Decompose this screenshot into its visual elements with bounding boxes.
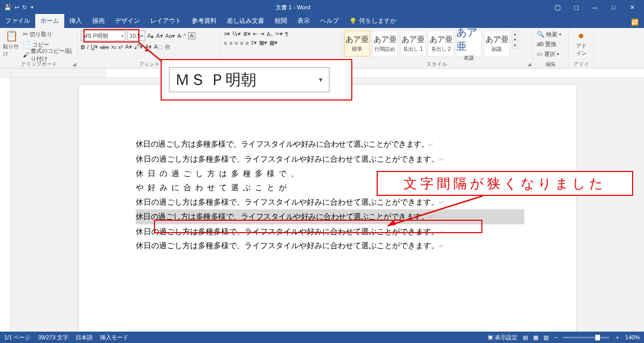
tab-draw[interactable]: 描画	[87, 14, 110, 28]
font-color-icon[interactable]: A▾	[145, 44, 152, 50]
status-language[interactable]: 日本語	[76, 334, 93, 341]
zoom-slider[interactable]	[563, 337, 609, 338]
horizontal-ruler[interactable]	[0, 68, 644, 78]
align-center-icon[interactable]: ≡	[229, 40, 232, 46]
select-button[interactable]: ▭選択▾	[536, 49, 560, 59]
font-name-combo[interactable]: MS P明朝▾	[81, 31, 125, 41]
style-normal[interactable]: あア亜標準	[344, 31, 370, 56]
font-size-combo[interactable]: 10.5▾	[127, 31, 145, 41]
tab-file[interactable]: ファイル	[0, 14, 35, 28]
doc-line[interactable]: 休日の過ごし方は多種多様で、	[136, 166, 524, 181]
styles-dialog-icon[interactable]: ◢	[527, 62, 531, 67]
char-border-icon[interactable]: A	[188, 32, 195, 39]
show-marks-icon[interactable]: ✂▾	[275, 31, 283, 37]
indent-dec-icon[interactable]: ⇤	[253, 31, 257, 37]
find-button[interactable]: 🔍検索▾	[536, 30, 562, 39]
display-options-icon[interactable]: ▢	[570, 4, 582, 11]
maximize-icon[interactable]: □	[608, 4, 619, 10]
char-shading-icon[interactable]: A⬚	[154, 44, 163, 50]
view-print-icon[interactable]: ▤	[523, 334, 528, 341]
font-dialog-icon[interactable]: ◢	[216, 62, 219, 67]
undo-icon[interactable]: ↩	[15, 4, 19, 11]
style-scroll-up-icon[interactable]: ▴	[512, 31, 518, 37]
qat-customize-icon[interactable]: ▼	[30, 5, 34, 10]
bullets-icon[interactable]: ≡▾	[224, 31, 230, 37]
tab-references[interactable]: 参考資料	[187, 14, 222, 28]
shading-icon[interactable]: ▦▾	[259, 39, 267, 46]
tab-design[interactable]: デザイン	[110, 14, 145, 28]
superscript-button[interactable]: x²	[118, 44, 123, 50]
decrease-font-icon[interactable]: A▾	[156, 33, 163, 39]
vertical-ruler[interactable]	[0, 78, 10, 332]
status-mode[interactable]: 挿入モード	[100, 334, 128, 341]
style-more-icon[interactable]: ▾	[512, 42, 518, 48]
redo-icon[interactable]: ↻	[22, 4, 27, 11]
style-title[interactable]: あア亜表題	[456, 31, 482, 56]
doc-line-selected[interactable]: 休日の過ごし方は多種多様で、ライフスタイルや好みに合わせて選ぶことができます。↵	[136, 209, 524, 224]
account-icon[interactable]: ◯	[552, 4, 563, 11]
doc-line[interactable]: 休日の過ごし方は多種多様で、ライフスタイルや好みに合わせて選ぶことができます。↵	[136, 137, 524, 152]
tab-layout[interactable]: レイアウト	[145, 14, 187, 28]
view-read-icon[interactable]: ▦	[533, 334, 538, 341]
pilcrow-icon[interactable]: ¶	[285, 31, 288, 37]
align-left-icon[interactable]: ≡	[224, 40, 227, 46]
zoom-out-icon[interactable]: −	[554, 334, 557, 340]
bold-button[interactable]: B	[81, 44, 85, 50]
justify-icon[interactable]: ≡	[240, 40, 243, 46]
style-heading2[interactable]: あア亜見出し 2	[428, 31, 454, 56]
underline-button[interactable]: U▾	[91, 44, 98, 50]
view-web-icon[interactable]: ▥	[543, 334, 549, 341]
format-painter-button[interactable]: 🖌書式のコピー/貼り付け	[22, 50, 74, 60]
multilevel-icon[interactable]: ≣▾	[243, 31, 251, 37]
tell-me[interactable]: 💡何をしますか	[344, 14, 402, 28]
status-words[interactable]: 39/273 文字	[38, 334, 68, 341]
share-button[interactable]: 🔁	[626, 17, 644, 28]
display-settings[interactable]: ▣ 表示設定	[488, 334, 518, 341]
clear-format-icon[interactable]: A̶	[177, 33, 181, 39]
doc-line[interactable]: 休日の過ごし方は多種多様で、ライフスタイルや好みに合わせて選ぶことができます。↵	[136, 224, 524, 239]
style-no-spacing[interactable]: あア亜行間詰め	[372, 31, 398, 56]
align-right-icon[interactable]: ≡	[235, 40, 238, 46]
doc-line[interactable]: 休日の過ごし方は多種多様で、ライフスタイルや好みに合わせて選ぶことができます。↵	[136, 195, 524, 209]
save-icon[interactable]: 💾	[4, 4, 11, 11]
phonetic-guide-icon[interactable]: ᴬ	[183, 33, 186, 39]
tab-mailings[interactable]: 差し込み文書	[222, 14, 269, 28]
style-heading1[interactable]: あア亜見出し 1	[400, 31, 426, 56]
clipboard-dialog-icon[interactable]: ◢	[73, 62, 76, 67]
zoom-level[interactable]: 140%	[625, 334, 640, 340]
paragraph-dialog-icon[interactable]: ◢	[336, 62, 339, 67]
distributed-icon[interactable]: ≡	[246, 40, 249, 46]
minimize-icon[interactable]: —	[589, 4, 600, 10]
tab-view[interactable]: 表示	[292, 14, 315, 28]
increase-font-icon[interactable]: A▴	[147, 33, 154, 39]
text-effects-icon[interactable]: A▾	[125, 44, 132, 50]
addin-button[interactable]: ●アド イン	[572, 30, 590, 57]
tab-help[interactable]: ヘルプ	[315, 14, 344, 28]
doc-line[interactable]: 休日の過ごし方は多種多様で、ライフスタイルや好みに合わせて選ぶことができます。↵	[136, 238, 524, 253]
doc-line[interactable]: 休日の過ごし方は多種多様で、ライフスタイルや好みに合わせて選ぶことができます。↵	[136, 152, 524, 166]
borders-icon[interactable]: ▦▾	[269, 39, 278, 46]
replace-button[interactable]: ab置換	[536, 39, 557, 49]
tab-insert[interactable]: 挿入	[64, 14, 87, 28]
indent-inc-icon[interactable]: ⇥	[260, 31, 264, 37]
subscript-button[interactable]: x₂	[111, 44, 117, 50]
page[interactable]: 休日の過ごし方は多種多様で、ライフスタイルや好みに合わせて選ぶことができます。↵…	[79, 85, 576, 332]
tab-review[interactable]: 校閲	[269, 14, 292, 28]
highlight-icon[interactable]: 🖍▾	[134, 44, 143, 50]
numbering-icon[interactable]: ⅓▾	[232, 31, 241, 37]
doc-line[interactable]: や好みに合わせて選ぶことが	[136, 180, 524, 195]
paste-button[interactable]: 📋 貼り付け	[3, 30, 20, 58]
change-case-icon[interactable]: Aa▾	[165, 33, 175, 39]
style-subtitle[interactable]: あア亜副題	[484, 31, 510, 56]
cut-button[interactable]: ✂切り取り	[22, 30, 74, 39]
strike-button[interactable]: abc	[100, 44, 109, 50]
line-spacing-icon[interactable]: ‡▾	[251, 39, 257, 46]
style-scroll-down-icon[interactable]: ▾	[512, 37, 518, 42]
status-page[interactable]: 1/1 ページ	[4, 334, 31, 341]
zoom-in-icon[interactable]: ＋	[614, 334, 620, 341]
italic-button[interactable]: I	[87, 44, 89, 50]
close-icon[interactable]: ✕	[626, 4, 638, 11]
enclose-char-icon[interactable]: ㊕	[165, 43, 170, 51]
tab-home[interactable]: ホーム	[35, 14, 64, 28]
sort-icon[interactable]: A↓	[266, 31, 273, 37]
